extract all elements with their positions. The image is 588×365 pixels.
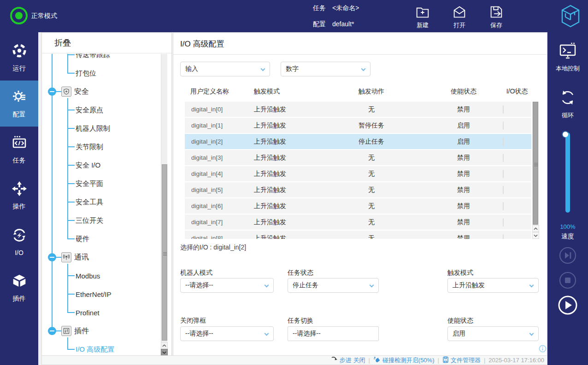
step-cursor-icon bbox=[331, 356, 338, 365]
step-forward-button[interactable] bbox=[547, 247, 588, 264]
robot-control-app: 正常模式 任务 <未命名> 配置 default* 新建 打开 保存 bbox=[0, 0, 588, 365]
table-scroll-up-button[interactable] bbox=[532, 225, 539, 232]
nav-item-jog[interactable]: 操作 bbox=[0, 173, 38, 219]
tree-item-io-advanced-config[interactable]: I/O 高级配置 bbox=[76, 340, 114, 355]
chevron-down-icon bbox=[529, 331, 534, 336]
io-state-cell bbox=[503, 170, 531, 178]
table-row[interactable]: digital_in[4] 上升沿触发 无 禁用 bbox=[185, 166, 531, 181]
trigger-mode-dropdown[interactable]: 上升沿触发 bbox=[447, 278, 539, 293]
table-row[interactable]: digital_in[3] 上升沿触发 无 禁用 bbox=[185, 150, 531, 165]
trigger-mode-cell: 上升沿触发 bbox=[249, 202, 318, 210]
collapse-node-icon[interactable] bbox=[48, 87, 56, 96]
table-row[interactable]: digital_in[2] 上升沿触发 停止任务 启用 bbox=[185, 134, 531, 149]
io-state-cell bbox=[503, 186, 531, 194]
io-state-checkbox[interactable] bbox=[503, 122, 504, 130]
terminal-icon bbox=[559, 42, 577, 61]
open-button[interactable]: 打开 bbox=[445, 5, 474, 29]
top-bar: 正常模式 任务 <未命名> 配置 default* 新建 打开 保存 bbox=[0, 0, 588, 32]
task-state-dropdown[interactable]: 停止任务 bbox=[288, 278, 379, 293]
nav-item-config[interactable]: 配置 bbox=[0, 81, 38, 127]
trigger-mode-cell: 上升沿触发 bbox=[249, 105, 318, 114]
io-name-cell: digital_in[1] bbox=[185, 122, 249, 129]
file-manager-button[interactable]: 文件管理器 bbox=[442, 356, 481, 365]
io-state-cell bbox=[503, 219, 531, 226]
selected-io-text: 选择的I/O : digital_in[2] bbox=[180, 243, 246, 252]
tree-item-joint-limits[interactable]: 关节限制 bbox=[76, 138, 103, 156]
io-name-cell: digital_in[8] bbox=[185, 235, 249, 239]
new-button[interactable]: 新建 bbox=[408, 5, 437, 29]
io-state-checkbox[interactable] bbox=[503, 234, 504, 239]
io-state-checkbox[interactable] bbox=[503, 138, 504, 146]
tree-item-modbus[interactable]: Modbus bbox=[76, 267, 100, 285]
tree-item-robot-limits[interactable]: 机器人限制 bbox=[76, 119, 110, 138]
loop-button[interactable]: 循环 bbox=[547, 88, 588, 120]
collision-detection-toggle[interactable]: 碰撞检测开启(50%) bbox=[373, 356, 435, 365]
io-state-checkbox[interactable] bbox=[503, 170, 504, 178]
trigger-mode-cell: 上升沿触发 bbox=[249, 234, 318, 239]
tree-item-safety-io[interactable]: 安全 I/O bbox=[76, 156, 100, 174]
play-button[interactable] bbox=[547, 295, 588, 315]
io-state-checkbox[interactable] bbox=[503, 218, 504, 226]
tree-scroll-up-button[interactable] bbox=[161, 342, 168, 349]
io-type-dropdown[interactable]: 数字 bbox=[281, 62, 370, 76]
table-scrollbar-thumb[interactable] bbox=[533, 102, 538, 225]
table-scroll-down-button[interactable] bbox=[532, 232, 539, 239]
tree-item-plugin[interactable]: 插件 bbox=[42, 322, 157, 340]
nav-item-io[interactable]: I/O bbox=[0, 219, 38, 265]
stop-button[interactable] bbox=[547, 272, 588, 289]
tree-item-profinet[interactable]: Profinet bbox=[76, 303, 100, 322]
table-row[interactable]: digital_in[7] 上升沿触发 无 禁用 bbox=[185, 214, 531, 230]
gear-icon bbox=[11, 88, 28, 106]
tree-item-hardware[interactable]: 硬件 bbox=[76, 230, 89, 248]
tree-item-communication[interactable]: 通讯 bbox=[42, 248, 157, 267]
table-scrollbar[interactable] bbox=[532, 102, 539, 239]
enable-state-cell: 禁用 bbox=[424, 154, 503, 162]
config-tree-panel: 折叠 传送带 bbox=[41, 32, 172, 356]
io-state-cell bbox=[503, 122, 531, 129]
collapse-node-icon[interactable] bbox=[48, 327, 56, 335]
tree-collapse-header[interactable]: 折叠 bbox=[42, 33, 171, 53]
tree-item-safety-plane[interactable]: 安全平面 bbox=[76, 174, 103, 193]
enable-state-dropdown[interactable]: 启用 bbox=[447, 326, 539, 341]
step-mode-toggle[interactable]: 步进 关闭 bbox=[331, 356, 365, 365]
sliders-icon bbox=[61, 326, 71, 336]
io-direction-dropdown[interactable]: 输入 bbox=[180, 62, 270, 76]
io-state-checkbox[interactable] bbox=[503, 202, 504, 210]
io-state-checkbox[interactable] bbox=[503, 105, 504, 114]
nav-item-plugin[interactable]: 插件 bbox=[0, 265, 38, 311]
nav-item-task[interactable]: 任务 bbox=[0, 127, 38, 173]
tree-item-safety-home[interactable]: 安全原点 bbox=[76, 101, 103, 119]
enable-state-cell: 禁用 bbox=[424, 170, 503, 178]
tree-scrollbar[interactable] bbox=[161, 54, 167, 342]
enable-state-cell: 启用 bbox=[424, 138, 503, 146]
tree-scroll-down-button[interactable] bbox=[161, 349, 168, 355]
right-control-bar: 本地控制 循环 100% 速度 bbox=[547, 32, 588, 365]
table-row[interactable]: digital_in[5] 上升沿触发 无 禁用 bbox=[185, 182, 531, 197]
io-state-cell bbox=[503, 203, 531, 210]
status-bar: 步进 关闭 | 碰撞检测开启(50%) | 文件管理器 | 2025-03-17… bbox=[41, 355, 547, 365]
tree-item-conveyor-tracking[interactable]: 传送带跟踪 bbox=[76, 54, 110, 64]
io-state-checkbox[interactable] bbox=[503, 186, 504, 194]
collapse-node-icon[interactable] bbox=[48, 253, 56, 261]
speed-slider-knob[interactable] bbox=[563, 132, 568, 137]
task-switch-field[interactable]: --请选择-- bbox=[288, 326, 379, 341]
table-row[interactable]: digital_in[8] 上升沿触发 无 禁用 bbox=[185, 231, 531, 239]
close-popup-dropdown[interactable]: --请选择-- bbox=[180, 326, 274, 341]
tree-item-three-position-switch[interactable]: 三位开关 bbox=[76, 211, 103, 230]
tree-item-safety[interactable]: 安全 bbox=[42, 82, 157, 101]
nav-item-run[interactable]: 运行 bbox=[0, 35, 38, 81]
tree-item-safety-tool[interactable]: 安全工具 bbox=[76, 193, 103, 211]
tree-scrollbar-thumb[interactable] bbox=[162, 164, 167, 341]
brand-logo-icon bbox=[559, 4, 582, 30]
local-control-button[interactable]: 本地控制 bbox=[547, 42, 588, 73]
tree-item-ethernet-ip[interactable]: EtherNet/IP bbox=[76, 285, 112, 303]
speed-slider[interactable] bbox=[565, 133, 570, 213]
save-button[interactable]: 保存 bbox=[482, 5, 511, 29]
robot-mode-dropdown[interactable]: --请选择-- bbox=[180, 278, 274, 293]
tree-item-pack-position[interactable]: 打包位 bbox=[76, 64, 96, 82]
io-state-checkbox[interactable] bbox=[503, 154, 504, 162]
table-row[interactable]: digital_in[0] 上升沿触发 无 禁用 bbox=[185, 102, 531, 117]
table-row[interactable]: digital_in[1] 上升沿触发 暂停任务 启用 bbox=[185, 118, 531, 133]
table-row[interactable]: digital_in[6] 上升沿触发 无 禁用 bbox=[185, 198, 531, 214]
info-icon[interactable] bbox=[539, 345, 547, 354]
